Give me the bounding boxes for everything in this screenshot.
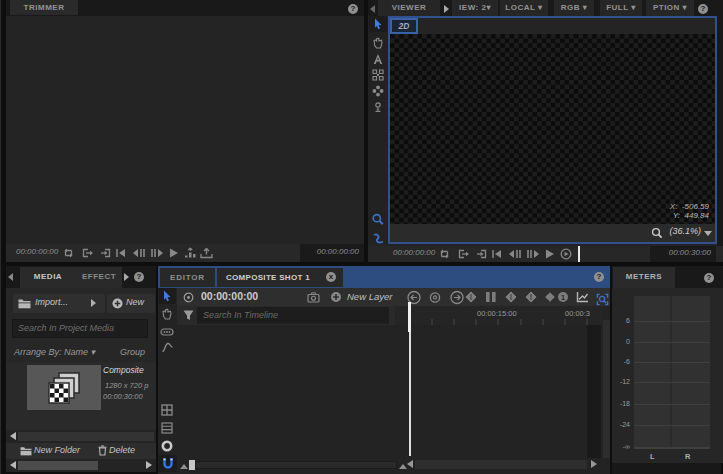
svg-text:1: 1 (561, 293, 566, 302)
